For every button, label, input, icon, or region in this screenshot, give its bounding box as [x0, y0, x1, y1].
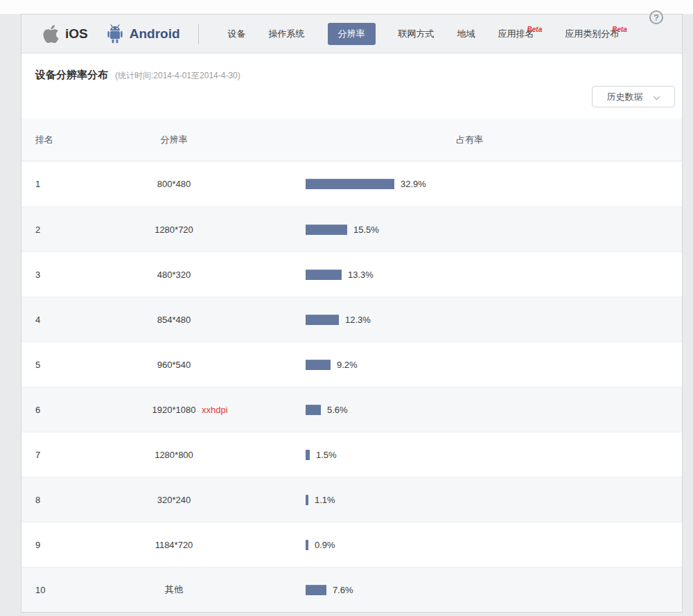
column-header-rank: 排名 [21, 134, 91, 146]
resolution-cell: 1280*720 [91, 225, 257, 235]
resolution-cell: 1184*720 [91, 540, 257, 550]
resolution-value: 480*320 [157, 270, 191, 280]
share-bar [306, 315, 339, 325]
page-top-strip [0, 0, 693, 14]
page-title: 设备分辨率分布 [35, 69, 108, 82]
table-row: 2 1280*720 15.5% [21, 206, 682, 252]
nav-item[interactable]: 应用排名Beta [498, 28, 543, 40]
nav-item[interactable]: 联网方式 [398, 28, 435, 40]
table-row: 6 1920*1080 xxhdpi 5.6% [21, 387, 682, 432]
nav-item-label: 分辨率 [338, 28, 365, 39]
table-row: 7 1280*800 1.5% [21, 432, 682, 477]
share-value: 12.3% [345, 315, 371, 325]
rank-cell: 3 [21, 270, 91, 280]
resolution-value: 320*240 [157, 495, 191, 505]
platform-tab-ios[interactable]: iOS [42, 24, 88, 44]
platform-label-ios: iOS [65, 26, 88, 42]
table-row: 4 854*480 12.3% [21, 297, 682, 342]
dpi-tag: xxhdpi [202, 405, 228, 415]
resolution-value: 854*480 [157, 315, 191, 325]
nav-item-label: 操作系统 [269, 28, 305, 39]
nav-item-label: 应用类别分布 [565, 28, 619, 39]
share-value: 13.3% [348, 270, 374, 280]
nav-item[interactable]: 设备 [228, 28, 246, 40]
android-icon [106, 24, 124, 44]
share-cell: 15.5% [257, 225, 682, 235]
nav-item[interactable]: 应用类别分布Beta [565, 28, 627, 40]
rank-cell: 1 [21, 179, 91, 189]
share-cell: 13.3% [257, 270, 682, 280]
table-row: 3 480*320 13.3% [21, 252, 682, 297]
resolution-table-body: 1 800*480 32.9% 2 1280*720 15.5% 3 480*3… [21, 161, 682, 612]
top-navbar: iOS [21, 15, 682, 53]
resolution-cell: 1280*800 [91, 450, 257, 460]
rank-cell: 2 [21, 225, 91, 235]
column-header-share: 占有率 [257, 134, 682, 146]
nav-item[interactable]: 地域 [457, 28, 475, 40]
share-bar [306, 179, 394, 189]
table-row: 5 960*540 9.2% [21, 342, 682, 387]
share-value: 1.1% [315, 495, 335, 505]
rank-cell: 8 [21, 495, 91, 505]
nav-item[interactable]: 操作系统 [269, 28, 305, 40]
nav-item-label: 设备 [228, 28, 246, 39]
share-value: 9.2% [337, 360, 358, 370]
resolution-cell: 1920*1080 xxhdpi [91, 405, 257, 415]
navbar-divider [198, 24, 199, 44]
resolution-value: 1920*1080 [152, 405, 196, 415]
dropdown-value: 历史数据 [607, 91, 643, 103]
share-bar [306, 405, 321, 415]
nav-item-label: 地域 [457, 28, 475, 39]
table-row: 10 其他 7.6% [21, 567, 682, 612]
share-cell: 7.6% [257, 585, 682, 595]
nav-item[interactable]: 分辨率 [328, 23, 376, 45]
resolution-value: 1280*720 [155, 225, 193, 235]
share-value: 7.6% [333, 585, 353, 595]
platform-label-android: Android [130, 26, 180, 42]
resolution-cell: 320*240 [91, 495, 257, 505]
rank-cell: 4 [21, 315, 91, 325]
share-cell: 1.5% [257, 450, 682, 460]
share-cell: 0.9% [257, 540, 682, 550]
share-cell: 12.3% [257, 315, 682, 325]
table-header-row: 排名 分辨率 占有率 [21, 118, 682, 161]
resolution-cell: 854*480 [91, 315, 257, 325]
nav-menu: 设备 操作系统 分辨率 联网方式 地域 应用排名Beta 应用类别分布Beta [228, 23, 650, 45]
share-bar [306, 450, 310, 460]
chevron-down-icon [653, 92, 660, 103]
table-row: 9 1184*720 0.9% [21, 522, 682, 567]
resolution-cell: 480*320 [91, 270, 257, 280]
rank-cell: 10 [21, 585, 91, 595]
share-value: 5.6% [327, 405, 348, 415]
stat-period: (统计时间:2014-4-01至2014-4-30) [115, 70, 240, 82]
share-value: 32.9% [401, 179, 426, 189]
share-bar [306, 360, 331, 370]
rank-cell: 5 [21, 360, 91, 370]
share-cell: 5.6% [257, 405, 682, 415]
platform-tab-android[interactable]: Android [106, 24, 180, 44]
resolution-cell: 其他 [91, 583, 257, 596]
resolution-cell: 960*540 [91, 360, 257, 370]
table-row: 1 800*480 32.9% [21, 161, 682, 206]
apple-icon [42, 24, 60, 44]
beta-badge: Beta [612, 26, 627, 33]
share-bar [306, 495, 308, 505]
share-value: 15.5% [353, 225, 379, 235]
resolution-value: 1280*800 [155, 450, 193, 460]
beta-badge: Beta [527, 26, 543, 33]
nav-item-label: 联网方式 [398, 28, 435, 39]
resolution-value: 800*480 [157, 179, 191, 189]
share-bar [306, 270, 342, 280]
share-cell: 1.1% [257, 495, 682, 505]
column-header-resolution: 分辨率 [91, 134, 257, 146]
help-icon[interactable]: ? [649, 10, 663, 24]
resolution-cell: 800*480 [91, 179, 257, 189]
history-data-dropdown[interactable]: 历史数据 [592, 86, 675, 107]
share-cell: 32.9% [257, 179, 682, 189]
share-bar [306, 585, 326, 595]
analytics-panel: iOS [21, 14, 683, 613]
share-cell: 9.2% [257, 360, 682, 370]
share-bar [306, 225, 347, 235]
table-row: 8 320*240 1.1% [21, 477, 682, 522]
resolution-value: 1184*720 [155, 540, 193, 550]
